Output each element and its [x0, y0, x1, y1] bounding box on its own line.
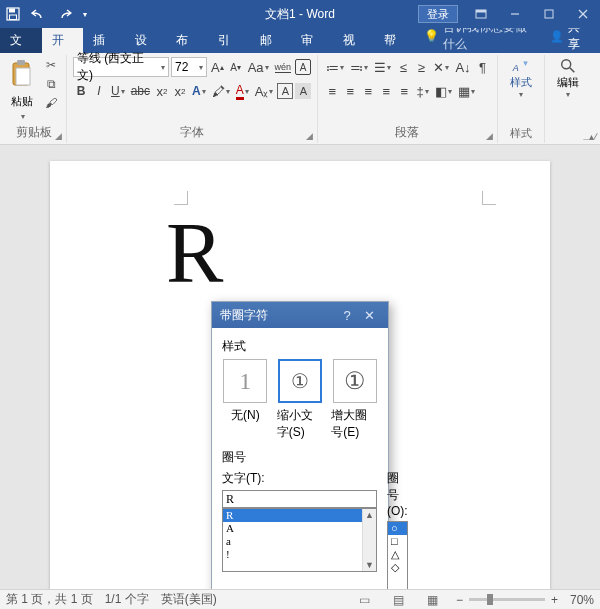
zoom-out-icon[interactable]: −: [456, 593, 463, 607]
text-effects-icon[interactable]: A▾: [190, 81, 208, 101]
minimize-icon[interactable]: [498, 0, 532, 28]
qat-customize-icon[interactable]: ▾: [78, 0, 92, 28]
list-item[interactable]: ◇: [388, 561, 407, 574]
dialog-launcher-icon[interactable]: ◢: [306, 131, 313, 141]
group-paragraph: ≔▾ ≕▾ ☰▾ ≤ ≥ ✕▾ A↓ ¶ ≡ ≡ ≡ ≡ ≡ ‡▾ ◧▾ ▦▾ …: [318, 55, 497, 143]
show-marks-icon[interactable]: ¶: [475, 57, 491, 77]
editing-button[interactable]: 编辑 ▾: [551, 57, 585, 99]
close-icon[interactable]: [566, 0, 600, 28]
ribbon: 粘贴 ▾ ✂ ⧉ 🖌 剪贴板◢ 等线 (西文正文)▾ 72▾ A▴ A▾: [0, 53, 600, 145]
format-painter-icon[interactable]: 🖌: [42, 95, 60, 111]
list-item[interactable]: !: [223, 548, 362, 561]
font-size-combo[interactable]: 72▾: [171, 57, 207, 77]
font-color-icon[interactable]: A▾: [234, 81, 251, 101]
undo-icon[interactable]: [26, 0, 52, 28]
copy-icon[interactable]: ⧉: [42, 76, 60, 92]
align-right-icon[interactable]: ≡: [360, 81, 376, 101]
shading-icon[interactable]: ◧▾: [433, 81, 454, 101]
list-item[interactable]: a: [223, 535, 362, 548]
superscript-icon[interactable]: x2: [172, 81, 188, 101]
align-left-icon[interactable]: ≡: [324, 81, 340, 101]
distributed-icon[interactable]: ≡: [396, 81, 412, 101]
scroll-down-icon[interactable]: ▼: [365, 559, 374, 571]
login-button[interactable]: 登录: [418, 5, 458, 23]
numbering-icon[interactable]: ≕▾: [348, 57, 370, 77]
style-enlarge-label: 增大圈号(E): [331, 407, 378, 441]
dialog-launcher-icon[interactable]: ◢: [55, 131, 62, 141]
help-icon[interactable]: ?: [336, 308, 358, 323]
list-item[interactable]: A: [223, 522, 362, 535]
underline-icon[interactable]: U▾: [109, 81, 127, 101]
page-count[interactable]: 第 1 页，共 1 页: [6, 591, 93, 608]
tab-file[interactable]: 文件: [0, 28, 42, 53]
subscript-icon[interactable]: x2: [154, 81, 170, 101]
grow-font-icon[interactable]: A▴: [209, 57, 226, 77]
bold-icon[interactable]: B: [73, 81, 89, 101]
tab-layout[interactable]: 布局: [166, 28, 208, 53]
highlight-icon[interactable]: 🖍▾: [210, 81, 232, 101]
zoom-in-icon[interactable]: +: [551, 593, 558, 607]
group-clipboard-label: 剪贴板◢: [8, 124, 60, 143]
list-item[interactable]: R: [223, 509, 362, 522]
cut-icon[interactable]: ✂: [42, 57, 60, 73]
bullets-icon[interactable]: ≔▾: [324, 57, 346, 77]
change-case-icon[interactable]: Aa▾: [246, 57, 271, 77]
scroll-up-icon[interactable]: ▲: [365, 509, 374, 521]
style-option-shrink[interactable]: ① 缩小文字(S): [277, 359, 324, 441]
svg-rect-2: [10, 15, 17, 20]
save-icon[interactable]: [0, 0, 26, 28]
text-input[interactable]: [222, 490, 377, 508]
zoom-track[interactable]: [469, 598, 545, 601]
justify-icon[interactable]: ≡: [378, 81, 394, 101]
list-item[interactable]: △: [388, 548, 407, 561]
tab-help[interactable]: 帮助: [374, 28, 416, 53]
enclose-characters-icon[interactable]: A: [295, 59, 311, 75]
read-mode-icon[interactable]: ▭: [354, 592, 376, 608]
decrease-indent-icon[interactable]: ≤: [395, 57, 411, 77]
font-name-combo[interactable]: 等线 (西文正文)▾: [73, 57, 169, 77]
zoom-value[interactable]: 70%: [570, 593, 594, 607]
list-item[interactable]: ○: [388, 522, 407, 535]
text-listbox[interactable]: R A a ! ▲▼: [222, 508, 377, 572]
collapse-ribbon-icon[interactable]: ▴: [589, 131, 594, 142]
zoom-slider[interactable]: − +: [456, 593, 558, 607]
character-shading-icon[interactable]: A: [295, 83, 311, 99]
sort-icon[interactable]: A↓: [453, 57, 472, 77]
dialog-titlebar[interactable]: 带圈字符 ? ✕: [212, 302, 388, 328]
styles-button[interactable]: A 样式 ▾: [504, 57, 538, 99]
borders-icon[interactable]: ▦▾: [456, 81, 477, 101]
ring-listbox[interactable]: ○ □ △ ◇: [387, 521, 408, 589]
language-status[interactable]: 英语(美国): [161, 591, 217, 608]
align-center-icon[interactable]: ≡: [342, 81, 358, 101]
multilevel-list-icon[interactable]: ☰▾: [372, 57, 393, 77]
tab-review[interactable]: 审阅: [291, 28, 333, 53]
tab-view[interactable]: 视图: [333, 28, 375, 53]
redo-icon[interactable]: [52, 0, 78, 28]
phonetic-guide-icon[interactable]: wén: [273, 57, 294, 77]
character-border-icon[interactable]: A: [277, 83, 293, 99]
tab-mailings[interactable]: 邮件: [250, 28, 292, 53]
dialog-launcher-icon[interactable]: ◢: [486, 131, 493, 141]
tab-references[interactable]: 引用: [208, 28, 250, 53]
style-option-none[interactable]: 1 无(N): [222, 359, 269, 441]
style-option-enlarge[interactable]: ① 增大圈号(E): [331, 359, 378, 441]
print-layout-icon[interactable]: ▤: [388, 592, 410, 608]
scrollbar[interactable]: ▲▼: [362, 509, 376, 571]
web-layout-icon[interactable]: ▦: [422, 592, 444, 608]
shrink-font-icon[interactable]: A▾: [228, 57, 244, 77]
svg-rect-6: [545, 10, 553, 18]
italic-icon[interactable]: I: [91, 81, 107, 101]
strikethrough-icon[interactable]: abc: [129, 81, 152, 101]
word-count[interactable]: 1/1 个字: [105, 591, 149, 608]
clear-formatting-icon[interactable]: Aᵪ▾: [253, 81, 276, 101]
line-spacing-icon[interactable]: ‡▾: [414, 81, 430, 101]
list-item[interactable]: □: [388, 535, 407, 548]
zoom-thumb[interactable]: [487, 594, 493, 605]
maximize-icon[interactable]: [532, 0, 566, 28]
asian-layout-icon[interactable]: ✕▾: [431, 57, 451, 77]
ribbon-display-options-icon[interactable]: [464, 0, 498, 28]
increase-indent-icon[interactable]: ≥: [413, 57, 429, 77]
paste-button[interactable]: 粘贴 ▾: [8, 57, 36, 121]
close-icon[interactable]: ✕: [358, 308, 380, 323]
document-area[interactable]: R 带圈字符 ? ✕ 样式 1 无(N) ① 缩小文字(S) ①: [0, 145, 600, 589]
